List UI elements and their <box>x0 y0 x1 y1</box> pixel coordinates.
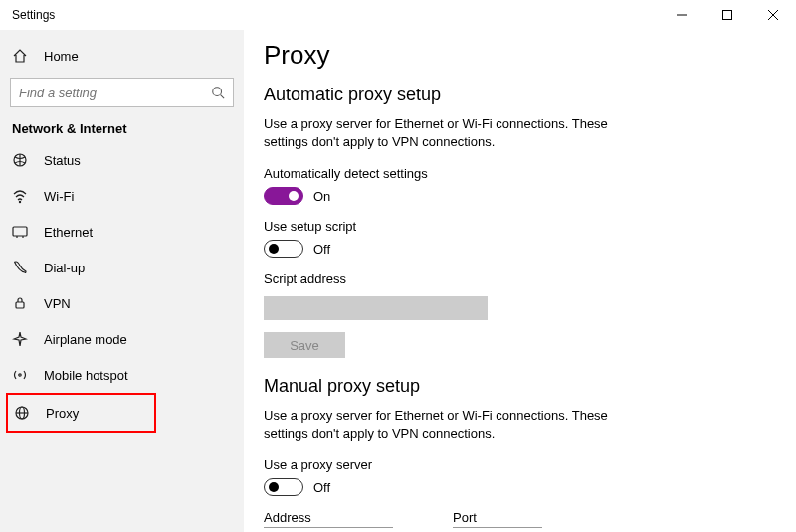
svg-point-13 <box>19 374 21 376</box>
sidebar-item-label: Dial-up <box>44 261 85 275</box>
window-title: Settings <box>12 8 659 22</box>
search-box[interactable] <box>10 78 234 107</box>
save-button-label: Save <box>290 338 319 353</box>
sidebar-item-airplane[interactable]: Airplane mode <box>0 321 244 357</box>
svg-point-8 <box>19 201 20 202</box>
setup-script-toggle[interactable] <box>264 240 303 258</box>
use-proxy-toggle[interactable] <box>264 478 303 496</box>
sidebar-section-header: Network & Internet <box>0 113 244 142</box>
page-title: Proxy <box>264 40 796 71</box>
sidebar: Home Network & Internet Status Wi-Fi <box>0 30 244 532</box>
section-heading-auto: Automatic proxy setup <box>264 85 796 105</box>
sidebar-item-label: Mobile hotspot <box>44 368 128 383</box>
minimize-icon <box>677 10 687 20</box>
home-icon <box>12 48 28 64</box>
address-input[interactable] <box>264 527 393 528</box>
maximize-icon <box>722 10 732 20</box>
sidebar-item-label: Wi-Fi <box>44 189 74 204</box>
address-label: Address <box>264 510 393 525</box>
sidebar-item-ethernet[interactable]: Ethernet <box>0 214 244 250</box>
search-input[interactable] <box>19 86 211 100</box>
svg-point-4 <box>213 88 222 96</box>
sidebar-item-label: Ethernet <box>44 225 93 240</box>
title-bar: Settings <box>0 0 796 30</box>
maximize-button[interactable] <box>704 0 750 30</box>
sidebar-item-vpn[interactable]: VPN <box>0 285 244 321</box>
use-proxy-label: Use a proxy server <box>264 457 796 472</box>
section-desc-auto: Use a proxy server for Ethernet or Wi-Fi… <box>264 115 632 150</box>
script-address-label: Script address <box>264 271 796 286</box>
use-proxy-state: Off <box>313 480 330 495</box>
close-icon <box>768 10 778 20</box>
auto-detect-state: On <box>313 189 330 204</box>
auto-detect-toggle[interactable] <box>264 187 303 205</box>
sidebar-item-status[interactable]: Status <box>0 142 244 178</box>
sidebar-item-label: Status <box>44 153 81 168</box>
sidebar-item-label: Airplane mode <box>44 332 127 347</box>
svg-rect-1 <box>723 11 732 20</box>
sidebar-item-hotspot[interactable]: Mobile hotspot <box>0 357 244 393</box>
sidebar-home[interactable]: Home <box>0 38 244 74</box>
close-button[interactable] <box>750 0 796 30</box>
sidebar-item-wifi[interactable]: Wi-Fi <box>0 178 244 214</box>
minimize-button[interactable] <box>659 0 704 30</box>
content-pane: Proxy Automatic proxy setup Use a proxy … <box>244 30 796 532</box>
hotspot-icon <box>12 367 28 383</box>
port-input[interactable] <box>453 527 542 528</box>
search-icon <box>211 86 225 99</box>
sidebar-home-label: Home <box>44 49 79 64</box>
ethernet-icon <box>12 224 28 240</box>
setup-script-state: Off <box>313 242 330 257</box>
setup-script-label: Use setup script <box>264 219 796 234</box>
section-heading-manual: Manual proxy setup <box>264 376 796 397</box>
sidebar-item-proxy-highlight: Proxy <box>6 393 156 433</box>
airplane-icon <box>12 331 28 347</box>
sidebar-item-label: Proxy <box>46 406 79 421</box>
proxy-icon <box>14 405 30 421</box>
port-label: Port <box>453 510 542 525</box>
section-desc-manual: Use a proxy server for Ethernet or Wi-Fi… <box>264 407 632 442</box>
sidebar-item-proxy[interactable]: Proxy <box>8 395 154 431</box>
status-icon <box>12 152 28 168</box>
sidebar-item-dialup[interactable]: Dial-up <box>0 250 244 285</box>
svg-rect-9 <box>13 227 27 236</box>
vpn-icon <box>12 295 28 311</box>
auto-detect-label: Automatically detect settings <box>264 166 796 181</box>
sidebar-item-label: VPN <box>44 296 71 311</box>
window-controls <box>659 0 796 30</box>
dialup-icon <box>12 260 28 275</box>
wifi-icon <box>12 188 28 204</box>
script-address-input[interactable] <box>264 296 488 320</box>
svg-line-5 <box>221 95 225 99</box>
svg-rect-12 <box>16 302 24 308</box>
save-button[interactable]: Save <box>264 332 345 358</box>
